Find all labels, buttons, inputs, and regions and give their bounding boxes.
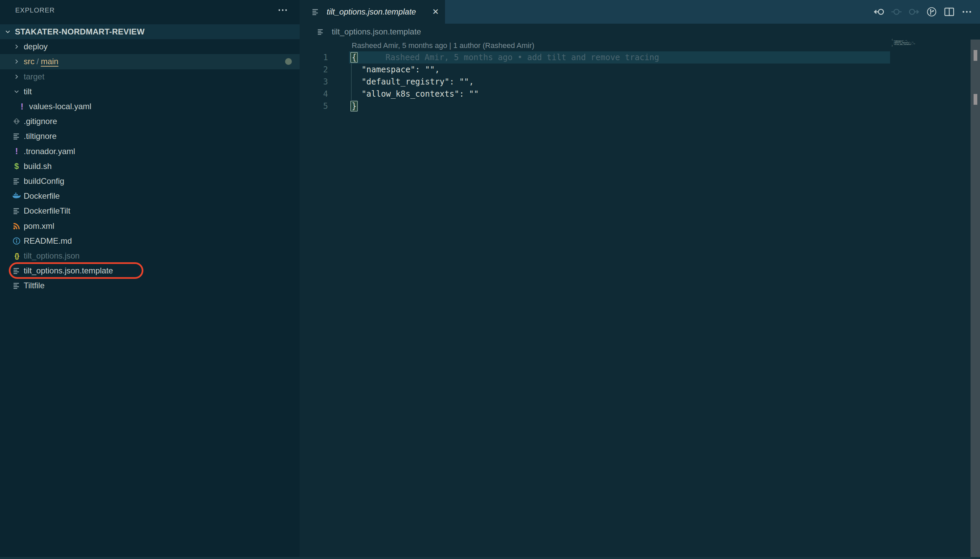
more-actions-button[interactable] xyxy=(960,4,973,19)
tree-folder-src-main[interactable]: src/main xyxy=(0,54,300,69)
tree-file-buildconfig[interactable]: buildConfig xyxy=(0,174,300,189)
explorer-header: EXPLORER xyxy=(0,0,300,20)
tree-file-values-local-yaml[interactable]: !values-local.yaml xyxy=(0,99,300,114)
bracket-match: } xyxy=(350,101,358,111)
code-line-4[interactable]: 4 "allow_k8s_contexts": "" xyxy=(300,88,970,100)
tree-file-tilt-options-json[interactable]: {}tilt_options.json xyxy=(0,248,300,263)
tree-item-label: src/main xyxy=(24,57,58,66)
circle-arrow-right-icon xyxy=(908,7,920,16)
git-diamond-icon xyxy=(12,116,21,126)
tree-folder-deploy[interactable]: deploy xyxy=(0,39,300,54)
file-lines-icon xyxy=(311,7,320,17)
yaml-exclaim-icon: ! xyxy=(18,101,27,111)
code-line-5[interactable]: 5} xyxy=(300,100,970,112)
window-bottom-edge xyxy=(0,557,980,559)
gitlens-blame-header: Rasheed Amir, 5 months ago | 1 author (R… xyxy=(300,40,970,51)
previous-change-button[interactable] xyxy=(872,4,885,19)
info-circle-icon xyxy=(12,236,21,246)
line-number: 5 xyxy=(300,100,328,112)
gitlens-branch-icon xyxy=(926,7,937,17)
split-editor-button[interactable] xyxy=(943,4,956,19)
ellipsis-icon xyxy=(962,10,972,13)
code-line-2[interactable]: 2 "namespace": "", xyxy=(300,63,970,76)
open-changes-button[interactable] xyxy=(890,4,903,19)
overview-ruler-mark[interactable] xyxy=(973,50,977,61)
json-braces-icon: {} xyxy=(12,251,21,261)
line-number: 3 xyxy=(300,76,328,88)
indent-guide xyxy=(351,63,352,100)
breadcrumb-file-label[interactable]: tilt_options.json.template xyxy=(332,27,421,36)
editor-toolbar xyxy=(872,0,973,24)
file-tree: STAKATER-NORDMART-REVIEW deploysrc/maint… xyxy=(0,24,300,293)
line-content: "default_registry": "", xyxy=(352,76,474,88)
chevron-right-icon xyxy=(12,41,21,52)
file-lines-icon xyxy=(12,206,21,216)
chevron-right-icon xyxy=(12,56,21,66)
code-line-3[interactable]: 3 "default_registry": "", xyxy=(300,76,970,88)
tree-item-label: tilt xyxy=(24,87,32,96)
editor-tab-bar: tilt_options.json.template ✕ xyxy=(300,0,980,24)
tree-file-tilt-options-json-template[interactable]: tilt_options.json.template xyxy=(0,263,300,278)
next-change-button[interactable] xyxy=(908,4,920,19)
tree-file-dockerfile[interactable]: Dockerfile xyxy=(0,189,300,203)
tree-item-label: build.sh xyxy=(24,162,52,171)
vscode-window: EXPLORER STAKATER-NORDMART-REVIEW deploy… xyxy=(0,0,980,559)
explorer-sidebar: EXPLORER STAKATER-NORDMART-REVIEW deploy… xyxy=(0,0,300,559)
line-number: 4 xyxy=(300,88,328,100)
tree-item-label: target xyxy=(24,72,44,81)
tree-file--gitignore[interactable]: .gitignore xyxy=(0,114,300,129)
yaml-exclaim-icon: ! xyxy=(12,146,21,157)
tree-file--tronador-yaml[interactable]: !.tronador.yaml xyxy=(0,144,300,159)
file-lines-icon xyxy=(12,176,21,186)
file-lines-icon xyxy=(12,266,21,276)
tree-item-label: .gitignore xyxy=(24,117,57,126)
line-content: { xyxy=(352,51,357,63)
tree-file-dockerfiletilt[interactable]: DockerfileTilt xyxy=(0,203,300,218)
tree-folder-tilt[interactable]: tilt xyxy=(0,84,300,99)
explorer-title: EXPLORER xyxy=(15,7,55,14)
file-lines-icon xyxy=(12,131,21,141)
workspace-root-label: STAKATER-NORDMART-REVIEW xyxy=(15,27,145,36)
tree-file-tiltfile[interactable]: Tiltfile xyxy=(0,278,300,293)
scrollbar-track[interactable] xyxy=(970,40,980,557)
tree-file--tiltignore[interactable]: .tiltignore xyxy=(0,129,300,144)
tree-item-label: Dockerfile xyxy=(24,191,60,201)
chevron-down-icon xyxy=(3,27,12,37)
line-content: "namespace": "", xyxy=(352,63,439,76)
docker-whale-icon xyxy=(12,191,21,201)
bracket-match: { xyxy=(350,52,358,63)
tree-file-pom-xml[interactable]: pom.xml xyxy=(0,218,300,233)
tree-item-label: tilt_options.json xyxy=(24,251,80,261)
tree-item-label: deploy xyxy=(24,42,48,51)
code-editor[interactable]: Rasheed Amir, 5 months ago | 1 author (R… xyxy=(300,40,970,112)
tree-item-label: DockerfileTilt xyxy=(24,206,70,216)
minimap[interactable]: { "namespace": "", "default_registry": "… xyxy=(892,39,959,79)
breadcrumb: tilt_options.json.template xyxy=(300,24,980,40)
ellipsis-icon[interactable] xyxy=(276,3,290,17)
tree-file-readme-md[interactable]: README.md xyxy=(0,233,300,248)
line-number: 2 xyxy=(300,63,328,76)
line-number: 1 xyxy=(300,51,328,63)
line-content: "allow_k8s_contexts": "" xyxy=(352,88,479,100)
chevron-down-icon xyxy=(12,86,21,97)
gitlens-button[interactable] xyxy=(925,4,938,19)
tree-item-label: tilt_options.json.template xyxy=(24,266,113,275)
tree-item-label: .tronador.yaml xyxy=(24,147,75,156)
gitlens-inline-blame: Rasheed Amir, 5 months ago • add tilt an… xyxy=(385,51,659,63)
workspace-root-row[interactable]: STAKATER-NORDMART-REVIEW xyxy=(0,24,300,39)
split-editor-icon xyxy=(944,7,954,17)
minimap-code: { "namespace": "", "default_registry": "… xyxy=(892,39,904,46)
file-lines-icon xyxy=(316,27,325,37)
xml-rss-icon xyxy=(12,221,21,231)
tree-item-label: values-local.yaml xyxy=(29,102,91,111)
tree-file-build-sh[interactable]: $build.sh xyxy=(0,159,300,174)
shell-dollar-icon: $ xyxy=(12,161,21,171)
tree-item-label: .tiltignore xyxy=(24,131,56,141)
tree-item-label: Tiltfile xyxy=(24,281,45,290)
tab-tilt-options-template[interactable]: tilt_options.json.template ✕ xyxy=(300,0,445,24)
overview-ruler-mark[interactable] xyxy=(973,94,977,105)
code-line-1[interactable]: 1{Rasheed Amir, 5 months ago • add tilt … xyxy=(300,51,970,63)
tree-item-label: README.md xyxy=(24,236,72,246)
tree-folder-target[interactable]: target xyxy=(0,69,300,84)
close-icon[interactable]: ✕ xyxy=(432,7,439,17)
